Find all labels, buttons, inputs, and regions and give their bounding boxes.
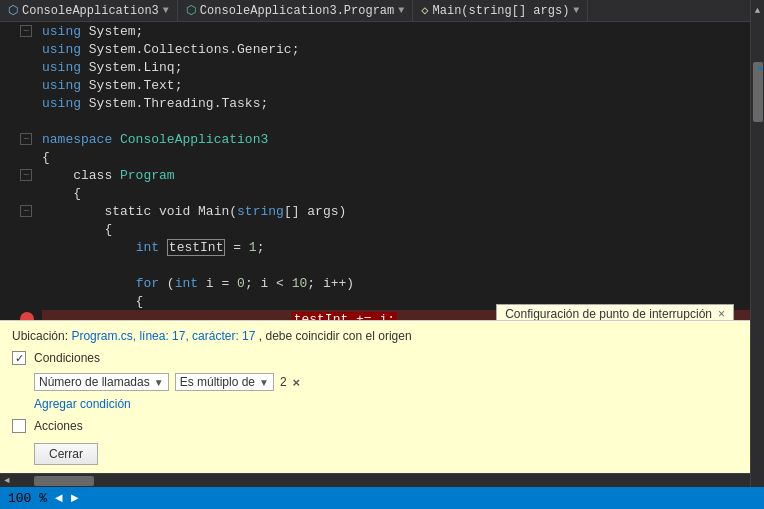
gutter-line: [0, 94, 38, 112]
project-dropdown-arrow: ▼: [163, 5, 169, 16]
location-suffix: , debe coincidir con el origen: [259, 329, 412, 343]
condiciones-row: Condiciones: [12, 351, 738, 365]
code-token: [42, 276, 136, 291]
code-token: ; i <: [245, 276, 292, 291]
code-token: {: [42, 222, 112, 237]
gutter-line: −: [0, 166, 38, 184]
code-token: ConsoleApplication3: [112, 132, 268, 147]
code-token: 0: [237, 276, 245, 291]
collapse-icon[interactable]: −: [20, 133, 32, 145]
status-bar: 100 % ◄ ►: [0, 487, 764, 509]
panel-location: Ubicación: Program.cs, línea: 17, caráct…: [12, 329, 738, 343]
nav-right-button[interactable]: ►: [71, 491, 79, 506]
code-token-boxed: testInt: [167, 239, 226, 256]
code-line: int testInt = 1;: [42, 238, 750, 256]
scroll-left-button[interactable]: ◄: [0, 474, 14, 488]
scroll-up-button[interactable]: ▲: [750, 0, 764, 22]
tooltip-close-button[interactable]: ×: [718, 307, 725, 320]
numero-llamadas-arrow: ▼: [154, 377, 164, 388]
collapse-icon[interactable]: −: [20, 169, 32, 181]
code-line: {: [42, 184, 750, 202]
cerrar-button[interactable]: Cerrar: [34, 443, 98, 465]
editor-container: −−−− using System;using System.Collectio…: [0, 22, 764, 487]
gutter-line: [0, 76, 38, 94]
code-line: {: [42, 148, 750, 166]
code-token: (: [229, 204, 237, 219]
gutter-line: [0, 274, 38, 292]
code-line: {: [42, 220, 750, 238]
code-token: using: [42, 78, 81, 93]
bottom-panel: Ubicación: Program.cs, línea: 17, caráct…: [0, 320, 750, 473]
class-icon: ⬡: [186, 3, 196, 18]
code-token: [] args): [284, 204, 346, 219]
es-multiplo-label: Es múltiplo de: [180, 375, 255, 389]
code-token: ; i++): [307, 276, 354, 291]
code-token: using: [42, 42, 81, 57]
panel-content: Ubicación: Program.cs, línea: 17, caráct…: [0, 321, 750, 473]
condition-value: 2: [280, 375, 287, 389]
method-dropdown-arrow: ▼: [573, 5, 579, 16]
code-token: =: [225, 240, 248, 255]
bottom-panel-wrapper: Ubicación: Program.cs, línea: 17, caráct…: [0, 320, 750, 473]
es-multiplo-dropdown[interactable]: Es múltiplo de ▼: [175, 373, 274, 391]
code-token: int: [175, 276, 198, 291]
scroll-v-thumb[interactable]: [753, 62, 763, 122]
breakpoint-dot[interactable]: [20, 312, 34, 320]
code-line: using System;: [42, 22, 750, 40]
code-line: class Program: [42, 166, 750, 184]
code-token: string: [237, 204, 284, 219]
gutter-line: [0, 292, 38, 310]
title-bar-left: ⬡ ConsoleApplication3 ▼ ⬡ ConsoleApplica…: [0, 0, 750, 21]
code-token: System.Threading.Tasks;: [81, 96, 268, 111]
class-name: ConsoleApplication3.Program: [200, 4, 394, 18]
method-dropdown[interactable]: ◇ Main(string[] args) ▼: [413, 0, 588, 21]
breakpoint-config-tooltip: Configuración de punto de interrupción ×: [496, 304, 734, 320]
zoom-level: 100 %: [8, 491, 47, 506]
line-container: −−−− using System;using System.Collectio…: [0, 22, 750, 320]
scroll-h-thumb[interactable]: [34, 476, 94, 486]
code-line: [42, 256, 750, 274]
condition-details-row: Número de llamadas ▼ Es múltiplo de ▼ 2 …: [34, 373, 738, 391]
collapse-icon[interactable]: −: [20, 205, 32, 217]
code-line: for (int i = 0; i < 10; i++): [42, 274, 750, 292]
gutter-line: [0, 220, 38, 238]
project-dropdown[interactable]: ⬡ ConsoleApplication3 ▼: [0, 0, 178, 21]
code-line: static void Main(string[] args): [42, 202, 750, 220]
code-token: Program: [120, 168, 175, 183]
acciones-label: Acciones: [34, 419, 83, 433]
code-token: namespace: [42, 132, 112, 147]
code-token: System.Collections.Generic;: [81, 42, 299, 57]
tooltip-label: Configuración de punto de interrupción: [505, 307, 712, 320]
class-dropdown[interactable]: ⬡ ConsoleApplication3.Program ▼: [178, 0, 413, 21]
condition-remove-button[interactable]: ×: [293, 375, 301, 390]
project-name: ConsoleApplication3: [22, 4, 159, 18]
gutter-line: [0, 58, 38, 76]
gutter-line: −: [0, 202, 38, 220]
vertical-scrollbar: [750, 22, 764, 487]
code-token: System.Linq;: [81, 60, 182, 75]
code-token: Main: [198, 204, 229, 219]
nav-left-button[interactable]: ◄: [55, 491, 63, 506]
code-token: ;: [257, 240, 265, 255]
location-text: Ubicación:: [12, 329, 68, 343]
collapse-icon[interactable]: −: [20, 25, 32, 37]
gutter-line: [0, 256, 38, 274]
code-token: [42, 312, 167, 321]
code-line: using System.Collections.Generic;: [42, 40, 750, 58]
condiciones-label: Condiciones: [34, 351, 100, 365]
condiciones-checkbox[interactable]: [12, 351, 26, 365]
code-token: static void: [42, 204, 198, 219]
code-token: for: [136, 276, 159, 291]
code-token: i =: [198, 276, 237, 291]
acciones-checkbox[interactable]: [12, 419, 26, 433]
location-link[interactable]: Program.cs, línea: 17, carácter: 17: [71, 329, 255, 343]
code-token: 10: [292, 276, 308, 291]
numero-llamadas-dropdown[interactable]: Número de llamadas ▼: [34, 373, 169, 391]
code-line: using System.Linq;: [42, 58, 750, 76]
horizontal-scrollbar: ◄: [0, 473, 750, 487]
code-token: [159, 240, 167, 255]
code-token: using: [42, 24, 81, 39]
gutter-line: [0, 40, 38, 58]
agregar-condicion-link[interactable]: Agregar condición: [34, 397, 738, 411]
numero-llamadas-label: Número de llamadas: [39, 375, 150, 389]
